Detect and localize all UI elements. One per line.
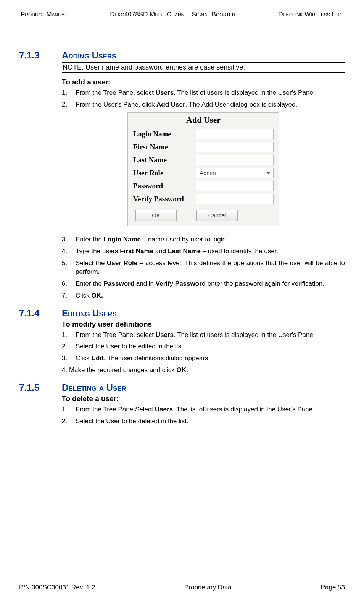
last-name-input[interactable] [196, 155, 274, 165]
password-label: Password [133, 182, 196, 190]
note-box: NOTE: User name and password entries are… [62, 62, 345, 73]
header-left: Product Manual [21, 11, 67, 18]
add-step-2: From the User's Pane, click Add User. Th… [62, 100, 345, 109]
add-user-steps-cont: Enter the Login Name – name used by user… [62, 235, 345, 300]
add-step-6: Enter the Password and in Verify Passwor… [62, 280, 345, 288]
add-user-heading: To add a user: [62, 78, 345, 86]
chevron-down-icon [266, 172, 270, 174]
dialog-title: Add User [128, 113, 279, 129]
section-title-713: Adding Users [62, 50, 116, 61]
section-title-714: Editing Users [62, 308, 117, 319]
add-user-dialog: Add User Login Name First Name Last Name [127, 112, 279, 226]
header-center: Deko4078SD Multi-Channel Signal Booster [110, 11, 235, 18]
header-right: Dekolink Wireless Ltd. [278, 11, 343, 18]
del-step-1: From the Tree Pane Select Users. The lis… [62, 405, 345, 414]
first-name-label: First Name [133, 143, 196, 151]
verify-password-input[interactable] [196, 194, 274, 204]
section-number-714: 7.1.4 [19, 308, 62, 319]
edit-user-steps: From the Tree Pane, select Users. The li… [62, 331, 345, 363]
add-step-3: Enter the Login Name – name used by user… [62, 235, 345, 244]
last-name-label: Last Name [133, 156, 196, 164]
add-step-4: Type the users First Name and Last Name … [62, 247, 345, 256]
user-role-value: Admin [200, 170, 216, 176]
section-title-715: Deleting a User [62, 382, 126, 393]
add-step-1: From the Tree Pane, select Users. The li… [62, 89, 345, 97]
footer-right: Page 53 [321, 584, 345, 591]
user-role-label: User Role [133, 169, 196, 177]
footer-center: Proprietary Data [184, 584, 232, 591]
user-role-select[interactable]: Admin [196, 168, 274, 178]
edit-step-2: Select the User to be edited in the list… [62, 342, 345, 351]
del-step-2: Select the User to be deleted in the lis… [62, 417, 345, 426]
add-user-steps: From the Tree Pane, select Users. The li… [62, 89, 345, 109]
login-name-input[interactable] [196, 129, 274, 139]
login-name-label: Login Name [133, 130, 196, 138]
add-step-5: Select the User Role – access level. Thi… [62, 259, 345, 277]
footer-left: P/N 300SC30031 Rev. 1.2 [19, 584, 95, 591]
section-number-713: 7.1.3 [19, 50, 62, 61]
page-header: Product Manual Deko4078SD Multi-Channel … [19, 11, 345, 20]
verify-password-label: Verify Password [133, 195, 196, 203]
edit-step-3: Click Edit. The user definitions dialog … [62, 354, 345, 363]
edit-step-1: From the Tree Pane, select Users. The li… [62, 331, 345, 340]
section-number-715: 7.1.5 [19, 382, 62, 393]
delete-user-steps: From the Tree Pane Select Users. The lis… [62, 405, 345, 426]
cancel-button[interactable]: Cancel [196, 210, 238, 221]
page-footer: P/N 300SC30031 Rev. 1.2 Proprietary Data… [19, 581, 345, 591]
edit-step-4: 4. Make the required changes and click O… [62, 366, 345, 375]
edit-user-heading: To modify user definitions [62, 320, 345, 329]
add-step-7: Click OK. [62, 291, 345, 300]
ok-button[interactable]: OK [135, 210, 177, 221]
delete-user-heading: To delete a user: [62, 395, 345, 403]
first-name-input[interactable] [196, 142, 274, 152]
password-input[interactable] [196, 181, 274, 191]
